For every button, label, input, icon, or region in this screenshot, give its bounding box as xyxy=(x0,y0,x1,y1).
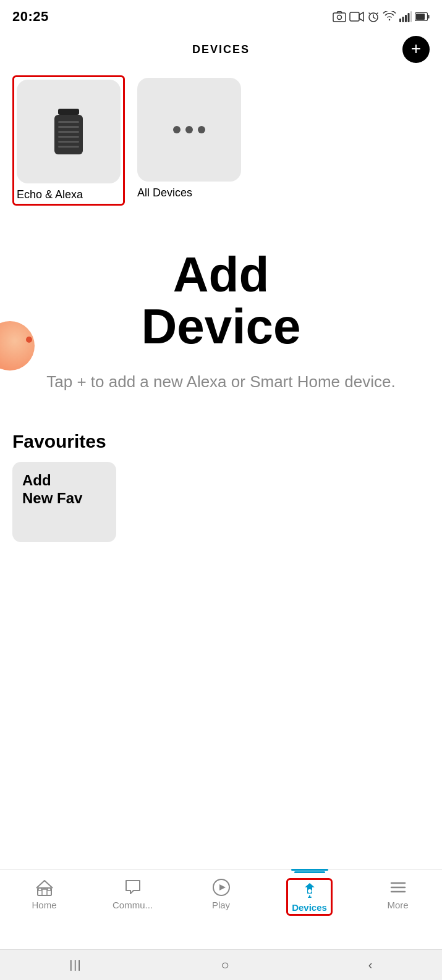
alarm-icon xyxy=(367,10,380,23)
echo-alexa-icon-box xyxy=(17,80,121,183)
add-new-fav-card[interactable]: AddNew Fav xyxy=(12,462,116,542)
signal-icon xyxy=(399,11,412,22)
home-nav-label: Home xyxy=(32,900,56,910)
video-icon xyxy=(349,11,364,22)
svg-rect-15 xyxy=(58,126,79,128)
all-devices-label: All Devices xyxy=(137,186,192,199)
svg-rect-22 xyxy=(38,888,41,890)
nav-item-play[interactable]: Play xyxy=(177,874,265,914)
svg-rect-8 xyxy=(410,11,412,22)
svg-rect-21 xyxy=(42,889,47,895)
status-time: 20:25 xyxy=(12,9,49,25)
home-icon xyxy=(35,878,54,897)
play-icon xyxy=(212,878,231,897)
system-nav-bar: ||| ○ ‹ xyxy=(0,949,442,980)
svg-rect-10 xyxy=(428,15,430,19)
svg-rect-19 xyxy=(58,146,79,148)
page-title: DEVICES xyxy=(192,43,250,56)
add-device-title: Add Device xyxy=(142,249,301,353)
add-device-subtitle: Tap + to add a new Alexa or Smart Home d… xyxy=(46,370,395,394)
nav-item-community[interactable]: Commu... xyxy=(88,874,177,914)
status-bar: 20:25 xyxy=(0,0,442,32)
nav-item-devices[interactable]: Devices xyxy=(265,874,354,919)
bottom-nav: Home Commu... Play Devices xyxy=(0,869,442,949)
wifi-icon xyxy=(383,11,396,22)
svg-rect-5 xyxy=(402,17,404,22)
svg-rect-17 xyxy=(58,136,79,138)
filter-cards: Echo & Alexa All Devices xyxy=(0,69,442,212)
battery-icon xyxy=(415,12,430,21)
svg-rect-12 xyxy=(58,109,79,115)
favourites-section: Favourites AddNew Fav xyxy=(0,431,442,542)
svg-rect-7 xyxy=(408,13,410,22)
sys-nav-recents[interactable]: ||| xyxy=(70,958,82,971)
svg-rect-16 xyxy=(58,131,79,133)
svg-rect-23 xyxy=(48,888,51,890)
main-content: Add Device Tap + to add a new Alexa or S… xyxy=(0,224,442,394)
header: DEVICES + xyxy=(0,32,442,67)
add-new-fav-label: AddNew Fav xyxy=(22,472,82,508)
devices-nav-label: Devices xyxy=(292,902,327,913)
devices-icon xyxy=(300,881,319,900)
svg-rect-11 xyxy=(416,14,425,20)
photo-icon xyxy=(333,11,346,22)
sys-nav-home[interactable]: ○ xyxy=(221,957,229,973)
echo-alexa-label: Echo & Alexa xyxy=(17,188,83,201)
svg-rect-14 xyxy=(58,121,79,123)
nav-item-more[interactable]: More xyxy=(354,874,442,914)
fav-cards: AddNew Fav xyxy=(12,462,430,542)
menu-icon xyxy=(389,878,407,897)
svg-rect-0 xyxy=(333,13,346,22)
community-nav-label: Commu... xyxy=(113,900,153,910)
chat-icon xyxy=(124,878,142,897)
more-nav-label: More xyxy=(387,900,408,910)
svg-rect-2 xyxy=(350,12,359,21)
sys-nav-back[interactable]: ‹ xyxy=(368,958,373,972)
filter-card-all-devices[interactable]: All Devices xyxy=(135,75,244,206)
svg-rect-18 xyxy=(58,141,79,143)
svg-point-25 xyxy=(308,889,312,893)
three-dots-icon xyxy=(173,126,205,133)
add-device-button[interactable]: + xyxy=(402,36,430,63)
favourites-title: Favourites xyxy=(12,431,430,452)
svg-rect-6 xyxy=(405,15,407,22)
svg-point-1 xyxy=(338,15,342,20)
status-icons xyxy=(333,10,430,23)
nav-item-home[interactable]: Home xyxy=(0,874,88,914)
play-nav-label: Play xyxy=(212,900,230,910)
svg-rect-4 xyxy=(399,19,401,22)
svg-rect-13 xyxy=(54,115,83,154)
echo-device-icon xyxy=(53,109,85,154)
decorative-dot xyxy=(26,337,32,343)
filter-card-echo-alexa[interactable]: Echo & Alexa xyxy=(12,75,125,206)
all-devices-icon-box xyxy=(137,78,241,182)
